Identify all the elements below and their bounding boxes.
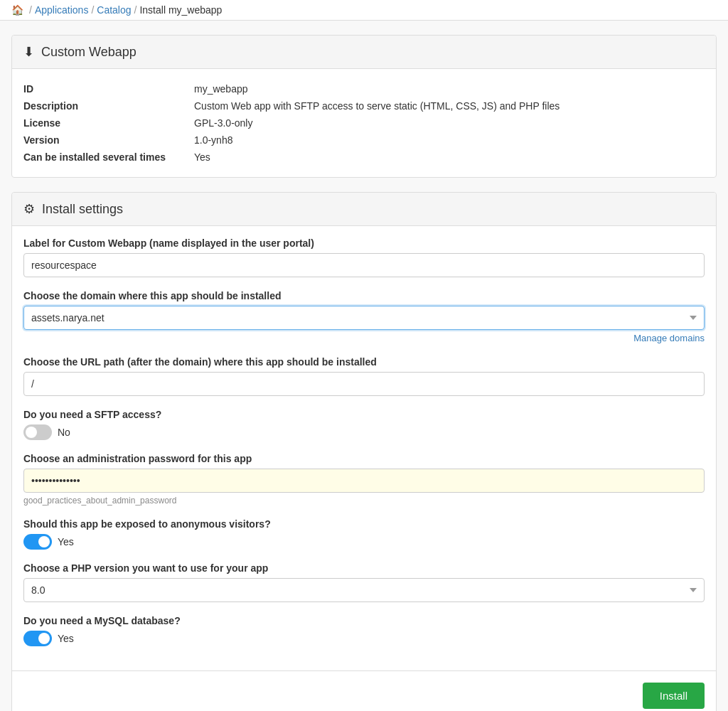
anonymous-toggle[interactable] bbox=[23, 534, 52, 550]
anonymous-form-group: Should this app be exposed to anonymous … bbox=[23, 518, 705, 550]
app-info-heading: ⬇ Custom Webapp bbox=[12, 36, 716, 69]
mysql-toggle-wrapper: Yes bbox=[23, 631, 705, 646]
mysql-form-group: Do you need a MySQL database? Yes bbox=[23, 615, 705, 646]
password-form-group: Choose an administration password for th… bbox=[23, 453, 705, 506]
sftp-field-label: Do you need a SFTP access? bbox=[23, 409, 705, 420]
info-value: Yes bbox=[194, 149, 705, 166]
gear-icon: ⚙ bbox=[23, 201, 35, 217]
sftp-toggle-slider bbox=[23, 424, 52, 440]
label-field-label: Label for Custom Webapp (name displayed … bbox=[23, 237, 705, 249]
info-key: Version bbox=[23, 132, 194, 149]
info-value: my_webapp bbox=[194, 80, 705, 97]
info-table-row: IDmy_webapp bbox=[23, 80, 705, 97]
path-field-label: Choose the URL path (after the domain) w… bbox=[23, 356, 705, 368]
install-bar: Install bbox=[12, 670, 716, 711]
install-settings-panel: ⚙ Install settings Label for Custom Weba… bbox=[11, 192, 717, 711]
info-table-row: Can be installed several timesYes bbox=[23, 149, 705, 166]
php-select[interactable]: 8.07.47.3 bbox=[23, 578, 705, 602]
breadcrumb-applications[interactable]: Applications bbox=[35, 4, 89, 16]
info-table-row: Version1.0-ynh8 bbox=[23, 132, 705, 149]
breadcrumb-catalog[interactable]: Catalog bbox=[97, 4, 131, 16]
app-info-body: IDmy_webappDescriptionCustom Web app wit… bbox=[12, 69, 716, 177]
path-form-group: Choose the URL path (after the domain) w… bbox=[23, 356, 705, 396]
app-info-panel: ⬇ Custom Webapp IDmy_webappDescriptionCu… bbox=[11, 35, 717, 178]
path-input[interactable] bbox=[23, 372, 705, 396]
mysql-toggle[interactable] bbox=[23, 631, 52, 646]
install-settings-body: Label for Custom Webapp (name displayed … bbox=[12, 226, 716, 670]
info-value: Custom Web app with SFTP access to serve… bbox=[194, 97, 705, 114]
domain-field-label: Choose the domain where this app should … bbox=[23, 290, 705, 301]
sftp-form-group: Do you need a SFTP access? No bbox=[23, 409, 705, 440]
info-key: License bbox=[23, 114, 194, 132]
info-key: ID bbox=[23, 80, 194, 97]
main-content: ⬇ Custom Webapp IDmy_webappDescriptionCu… bbox=[0, 21, 728, 711]
info-table-row: LicenseGPL-3.0-only bbox=[23, 114, 705, 132]
php-form-group: Choose a PHP version you want to use for… bbox=[23, 562, 705, 602]
sftp-toggle[interactable] bbox=[23, 424, 52, 440]
password-hint: good_practices_about_admin_password bbox=[23, 496, 705, 506]
anonymous-toggle-slider bbox=[23, 534, 52, 550]
mysql-toggle-label: Yes bbox=[58, 633, 74, 644]
install-button[interactable]: Install bbox=[643, 683, 705, 709]
sftp-toggle-label: No bbox=[58, 427, 70, 438]
info-key: Can be installed several times bbox=[23, 149, 194, 166]
anonymous-toggle-wrapper: Yes bbox=[23, 534, 705, 550]
label-form-group: Label for Custom Webapp (name displayed … bbox=[23, 237, 705, 277]
password-field-label: Choose an administration password for th… bbox=[23, 453, 705, 464]
password-input[interactable] bbox=[23, 469, 705, 493]
download-icon: ⬇ bbox=[23, 44, 34, 60]
domain-form-group: Choose the domain where this app should … bbox=[23, 290, 705, 343]
manage-domains-link[interactable]: Manage domains bbox=[23, 333, 705, 343]
breadcrumb-current: Install my_webapp bbox=[139, 4, 222, 16]
anonymous-toggle-label: Yes bbox=[58, 536, 74, 547]
mysql-toggle-slider bbox=[23, 631, 52, 646]
anonymous-field-label: Should this app be exposed to anonymous … bbox=[23, 518, 705, 530]
info-value: GPL-3.0-only bbox=[194, 114, 705, 132]
sftp-toggle-wrapper: No bbox=[23, 424, 705, 440]
mysql-field-label: Do you need a MySQL database? bbox=[23, 615, 705, 626]
breadcrumb: 🏠 / Applications / Catalog / Install my_… bbox=[0, 0, 728, 21]
install-settings-heading: ⚙ Install settings bbox=[12, 193, 716, 226]
install-settings-title: Install settings bbox=[42, 202, 123, 217]
php-field-label: Choose a PHP version you want to use for… bbox=[23, 562, 705, 574]
info-value: 1.0-ynh8 bbox=[194, 132, 705, 149]
domain-select-wrapper: assets.narya.net bbox=[23, 306, 705, 330]
home-icon: 🏠 bbox=[11, 4, 23, 16]
label-input[interactable] bbox=[23, 253, 705, 277]
info-key: Description bbox=[23, 97, 194, 114]
app-info-table: IDmy_webappDescriptionCustom Web app wit… bbox=[23, 80, 705, 166]
info-table-row: DescriptionCustom Web app with SFTP acce… bbox=[23, 97, 705, 114]
app-info-title: Custom Webapp bbox=[41, 45, 136, 60]
domain-select[interactable]: assets.narya.net bbox=[23, 306, 705, 330]
